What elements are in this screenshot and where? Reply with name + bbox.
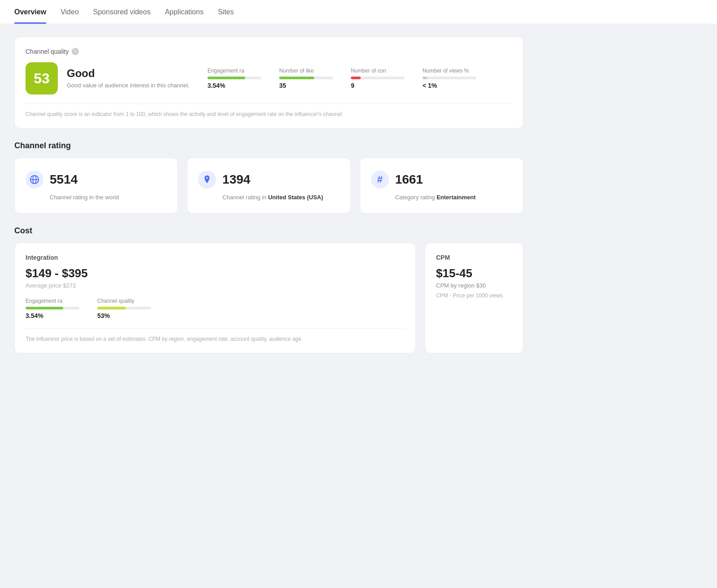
channel-quality-title: Channel quality ? xyxy=(26,48,512,55)
rating-number: 1394 xyxy=(222,172,250,187)
integration-avg-price: Average price $272 xyxy=(26,282,405,289)
rating-card: 5514 Channel rating in the world xyxy=(14,158,178,214)
tab-applications[interactable]: Applications xyxy=(165,0,203,24)
tab-sponsored[interactable]: Sponsored videos xyxy=(93,0,151,24)
score-box: 53 xyxy=(26,62,58,94)
metric-value: 9 xyxy=(351,82,405,89)
quality-score: 53 xyxy=(34,70,50,87)
rating-card: # 1661 Category rating Entertainment xyxy=(360,158,523,214)
progress-bar-fill xyxy=(423,77,427,79)
tab-overview[interactable]: Overview xyxy=(14,0,46,24)
progress-bar-fill xyxy=(26,307,63,309)
metric-value: 53% xyxy=(97,312,151,319)
metric-item: Number of con 9 xyxy=(351,68,405,89)
metric-label: Channel quality xyxy=(97,298,151,304)
rating-desc: Channel rating in the world xyxy=(26,194,167,201)
metric-label: Number of views % xyxy=(423,68,476,74)
integration-metric-item: Channel quality 53% xyxy=(97,298,151,319)
rating-number: 5514 xyxy=(50,172,78,187)
integration-price-range: $149 - $395 xyxy=(26,266,405,280)
quality-note: Channel quality score is an indicator fr… xyxy=(26,103,512,117)
quality-grade: Good xyxy=(67,67,190,80)
metric-label: Engagement ra xyxy=(207,68,261,74)
metric-label: Number of con xyxy=(351,68,405,74)
metric-item: Number of views % < 1% xyxy=(423,68,476,89)
channel-rating-section: Channel rating 5514 Channel rating in th… xyxy=(14,141,523,214)
metric-label: Engagement ra xyxy=(26,298,79,304)
progress-bar-fill xyxy=(97,307,126,309)
main-content: Channel quality ? 53 Good Good value of … xyxy=(0,24,538,366)
progress-bar-fill xyxy=(207,77,245,79)
integration-title: Integration xyxy=(26,254,405,261)
rating-top: 5514 xyxy=(26,171,167,189)
cost-title: Cost xyxy=(14,226,523,236)
progress-bar-wrap xyxy=(351,77,405,79)
progress-bar-wrap xyxy=(97,307,151,309)
help-icon[interactable]: ? xyxy=(72,48,79,55)
channel-rating-title: Channel rating xyxy=(14,141,523,150)
metric-label: Number of like xyxy=(279,68,333,74)
tab-video[interactable]: Video xyxy=(60,0,79,24)
integration-metric-item: Engagement ra 3.54% xyxy=(26,298,79,319)
rating-desc: Channel rating in United States (USA) xyxy=(198,194,339,201)
metric-value: 3.54% xyxy=(207,82,261,89)
metric-value: 35 xyxy=(279,82,333,89)
progress-bar-wrap xyxy=(207,77,261,79)
progress-bar-fill xyxy=(279,77,314,79)
rating-number: 1661 xyxy=(395,172,423,187)
metric-item: Number of like 35 xyxy=(279,68,333,89)
quality-description: Good value of audience interest in this … xyxy=(67,82,190,90)
cpm-title: CPM xyxy=(436,254,512,261)
integration-metrics: Engagement ra 3.54% Channel quality 53% xyxy=(26,298,405,319)
rating-grid: 5514 Channel rating in the world 1394 Ch… xyxy=(14,158,523,214)
progress-bar-wrap xyxy=(26,307,79,309)
navigation: Overview Video Sponsored videos Applicat… xyxy=(0,0,717,24)
rating-desc: Category rating Entertainment xyxy=(371,194,512,201)
rating-top: # 1661 xyxy=(371,171,512,189)
channel-quality-label: Channel quality xyxy=(26,48,69,55)
cpm-note: CPM - Price per 1000 views xyxy=(436,292,512,299)
rating-top: 1394 xyxy=(198,171,339,189)
rating-card: 1394 Channel rating in United States (US… xyxy=(187,158,350,214)
cost-grid: Integration $149 - $395 Average price $2… xyxy=(14,243,523,353)
quality-main-row: 53 Good Good value of audience interest … xyxy=(26,62,512,94)
cpm-region: CPM by region $30 xyxy=(436,282,512,289)
cpm-price-range: $15-45 xyxy=(436,266,512,280)
globe-icon xyxy=(26,171,43,189)
progress-bar-wrap xyxy=(423,77,476,79)
metric-value: < 1% xyxy=(423,82,476,89)
quality-metrics: Engagement ra 3.54% Number of like 35 Nu… xyxy=(207,68,512,89)
quality-label-block: Good Good value of audience interest in … xyxy=(67,67,190,90)
metric-value: 3.54% xyxy=(26,312,79,319)
tab-sites[interactable]: Sites xyxy=(218,0,234,24)
cost-section: Cost Integration $149 - $395 Average pri… xyxy=(14,226,523,353)
integration-note: The influencer price is based on a set o… xyxy=(26,328,405,342)
progress-bar-wrap xyxy=(279,77,333,79)
progress-bar-fill xyxy=(351,77,361,79)
cpm-card: CPM $15-45 CPM by region $30 CPM - Price… xyxy=(425,243,523,353)
pin-icon xyxy=(198,171,216,189)
hash-icon: # xyxy=(371,171,389,189)
metric-item: Engagement ra 3.54% xyxy=(207,68,261,89)
integration-card: Integration $149 - $395 Average price $2… xyxy=(14,243,416,353)
channel-quality-card: Channel quality ? 53 Good Good value of … xyxy=(14,37,523,129)
